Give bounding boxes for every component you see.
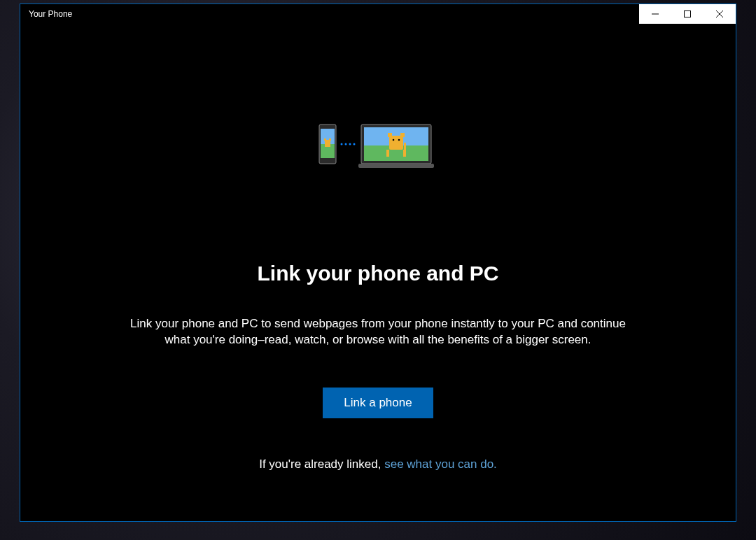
svg-point-13 bbox=[354, 143, 356, 145]
already-linked-prefix: If you're already linked, bbox=[259, 457, 384, 471]
svg-rect-8 bbox=[324, 138, 326, 141]
svg-rect-19 bbox=[388, 133, 392, 137]
titlebar: Your Phone bbox=[20, 4, 736, 24]
svg-rect-17 bbox=[358, 164, 434, 168]
link-dots-icon bbox=[341, 143, 356, 145]
page-heading: Link your phone and PC bbox=[257, 262, 498, 285]
svg-rect-20 bbox=[400, 133, 405, 137]
phone-pc-illustration bbox=[315, 122, 441, 171]
caption-buttons bbox=[639, 4, 736, 24]
svg-rect-23 bbox=[386, 150, 389, 157]
svg-point-11 bbox=[345, 143, 347, 145]
phone-device-icon bbox=[319, 125, 336, 164]
svg-rect-1 bbox=[685, 11, 691, 17]
link-phone-button[interactable]: Link a phone bbox=[323, 388, 433, 418]
svg-point-10 bbox=[341, 143, 343, 145]
app-window: Your Phone bbox=[20, 3, 736, 522]
svg-rect-18 bbox=[389, 136, 403, 150]
svg-rect-7 bbox=[325, 140, 330, 147]
svg-point-12 bbox=[349, 143, 351, 145]
close-button[interactable] bbox=[704, 4, 736, 24]
minimize-button[interactable] bbox=[639, 4, 671, 24]
svg-point-21 bbox=[393, 139, 395, 141]
svg-point-22 bbox=[398, 139, 400, 141]
maximize-icon bbox=[684, 10, 691, 17]
close-icon bbox=[716, 10, 723, 17]
window-title: Your Phone bbox=[29, 9, 72, 19]
svg-rect-25 bbox=[404, 143, 406, 151]
maximize-button[interactable] bbox=[671, 4, 704, 24]
svg-rect-9 bbox=[329, 138, 331, 141]
already-linked-text: If you're already linked, see what you c… bbox=[259, 457, 497, 471]
see-what-you-can-do-link[interactable]: see what you can do. bbox=[384, 457, 497, 471]
page-description: Link your phone and PC to send webpages … bbox=[126, 316, 630, 348]
main-content: Link your phone and PC Link your phone a… bbox=[20, 24, 736, 521]
minimize-icon bbox=[652, 10, 659, 17]
laptop-device-icon bbox=[358, 125, 434, 168]
